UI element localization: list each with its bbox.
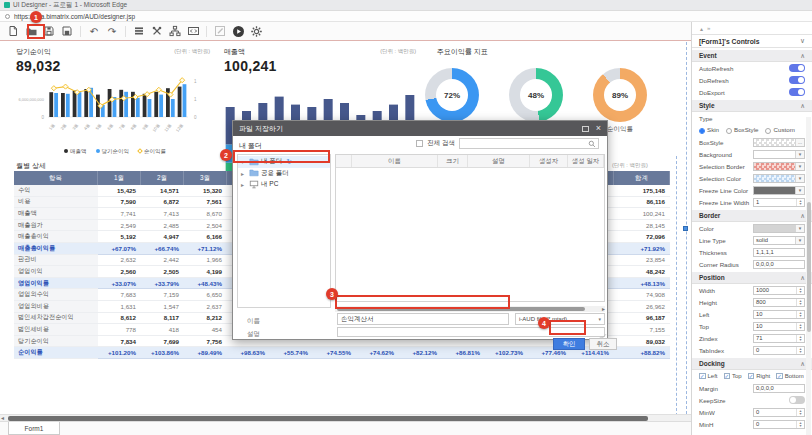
color-swatch[interactable]: [754, 151, 795, 158]
tree-item-내 PC[interactable]: ▸내 PC: [238, 179, 330, 191]
prop-control[interactable]: 10▴▾: [753, 310, 805, 319]
prop-control[interactable]: ▾: [753, 150, 805, 159]
dock-check-bottom[interactable]: ✓Bottom: [776, 373, 804, 380]
radio-icon[interactable]: [699, 128, 705, 134]
dialog-titlebar[interactable]: 파일 저장하기 ×: [233, 121, 607, 136]
file-list[interactable]: 이름크기설명생성자생성 일자: [335, 154, 605, 302]
spinner-icons[interactable]: ▴▾: [796, 347, 804, 354]
file-list-header-설명[interactable]: 설명: [468, 155, 530, 167]
url-bar[interactable]: https://epa.bimatrix.com/AUD/designer.js…: [0, 11, 812, 22]
radio-custom[interactable]: Custom: [765, 126, 794, 133]
settings-icon[interactable]: [248, 24, 264, 39]
chevron-down-icon[interactable]: ▾: [795, 163, 804, 170]
spinner-icons[interactable]: ▴▾: [796, 311, 804, 318]
prop-control[interactable]: 800▴▾: [753, 298, 805, 307]
script-editor-icon[interactable]: [185, 24, 201, 39]
run-icon[interactable]: [230, 24, 246, 39]
toggle-on[interactable]: [789, 76, 805, 84]
horizontal-scrollbar[interactable]: ◂: [0, 414, 691, 421]
search-icon[interactable]: [588, 140, 596, 148]
tools-icon[interactable]: [149, 24, 165, 39]
prop-control[interactable]: 0▴▾: [753, 346, 805, 355]
dock-check-left[interactable]: ✓Left: [699, 373, 718, 380]
radio-boxstyle[interactable]: BoxStyle: [726, 126, 758, 133]
prop-control[interactable]: ▾: [753, 162, 805, 171]
file-list-header-크기[interactable]: 크기: [438, 155, 468, 167]
color-swatch[interactable]: [754, 175, 795, 182]
color-swatch[interactable]: [754, 225, 795, 232]
section-event[interactable]: Event∧: [692, 50, 812, 62]
hierarchy-icon[interactable]: [167, 24, 183, 39]
dock-check-top[interactable]: ✓Top: [724, 373, 742, 380]
chevron-down-icon[interactable]: ▾: [795, 237, 804, 244]
checkbox-icon[interactable]: ✓: [724, 373, 731, 380]
prop-control[interactable]: ▾: [753, 224, 805, 233]
checkbox-icon[interactable]: ✓: [776, 373, 783, 380]
edit-icon[interactable]: [212, 24, 228, 39]
chevron-collapsed-icon[interactable]: ▸: [241, 181, 247, 188]
panel-scrollbar[interactable]: [806, 117, 811, 435]
save-as-icon[interactable]: [59, 24, 75, 39]
data-source-icon[interactable]: [131, 24, 147, 39]
panel-header[interactable]: [Form1]'s Controls ∨: [692, 34, 812, 48]
radio-icon[interactable]: [765, 128, 771, 134]
redo-icon[interactable]: ↷: [104, 24, 120, 39]
color-swatch[interactable]: [754, 139, 795, 146]
more-button[interactable]: ...: [795, 139, 804, 146]
prop-control[interactable]: 71▴▾: [753, 334, 805, 343]
prop-control[interactable]: ...: [753, 138, 805, 147]
close-icon[interactable]: ×: [596, 124, 601, 133]
search-all-checkbox[interactable]: [416, 140, 423, 147]
spinner-icons[interactable]: ▴▾: [796, 323, 804, 330]
tab-form1[interactable]: Form1: [8, 422, 60, 435]
chevron-down-icon[interactable]: ▾: [795, 187, 804, 194]
section-docking[interactable]: Docking∧: [692, 358, 812, 370]
file-list-header-이름[interactable]: 이름: [352, 155, 438, 167]
section-style[interactable]: Style∧: [692, 100, 812, 112]
spinner-icons[interactable]: ▴▾: [796, 287, 804, 294]
undo-icon[interactable]: ↶: [86, 24, 102, 39]
prop-control[interactable]: 1▴▾: [753, 198, 805, 207]
spinner-icons[interactable]: ▴▾: [796, 335, 804, 342]
pin-icon[interactable]: ▴: [700, 25, 703, 32]
prop-control[interactable]: 0,0,0,0: [753, 260, 805, 269]
spinner-icons[interactable]: ▴▾: [796, 421, 804, 428]
spinner-icons[interactable]: ▴▾: [796, 199, 804, 206]
prop-control[interactable]: 0▴▾: [753, 420, 805, 429]
file-name-input[interactable]: 손익계산서: [337, 313, 509, 325]
chevron-collapsed-icon[interactable]: ▸: [241, 170, 247, 177]
prop-control[interactable]: 1,1,1,1: [753, 248, 805, 257]
prop-control[interactable]: 1000▴▾: [753, 286, 805, 295]
prop-control[interactable]: ▾: [753, 174, 805, 183]
spinner-icons[interactable]: ▴▾: [796, 409, 804, 416]
selection-handle[interactable]: [683, 226, 688, 231]
maximize-icon[interactable]: [582, 126, 589, 132]
chevron-down-icon[interactable]: ▾: [795, 151, 804, 158]
checkbox-icon[interactable]: ✓: [699, 373, 706, 380]
tree-item-공용 폴더[interactable]: ▸공용 폴더: [238, 168, 330, 180]
spinner-icons[interactable]: ▴▾: [796, 299, 804, 306]
new-file-icon[interactable]: [5, 24, 21, 39]
chevron-down-icon[interactable]: ▾: [795, 225, 804, 232]
section-position[interactable]: Position∧: [692, 272, 812, 284]
search-input[interactable]: [459, 138, 599, 149]
cancel-button[interactable]: 취소: [589, 338, 617, 350]
file-list-header-생성자[interactable]: 생성자: [530, 155, 568, 167]
prop-control[interactable]: 0,0,0,0: [753, 384, 805, 393]
radio-icon[interactable]: [726, 128, 732, 134]
prop-control[interactable]: ▾: [753, 186, 805, 195]
confirm-button[interactable]: 확인: [553, 338, 585, 350]
checkbox-icon[interactable]: ✓: [748, 373, 755, 380]
chevron-down-icon[interactable]: ▾: [795, 175, 804, 182]
prop-control[interactable]: 0▴▾: [753, 408, 805, 417]
prop-control[interactable]: solid▾: [753, 236, 805, 245]
color-swatch[interactable]: [754, 163, 795, 170]
expand-icon[interactable]: »: [707, 25, 710, 31]
toggle-off[interactable]: [789, 396, 805, 404]
color-swatch[interactable]: [754, 187, 795, 194]
file-list-header-생성 일자[interactable]: 생성 일자: [568, 155, 604, 167]
radio-skin[interactable]: Skin: [699, 126, 719, 133]
prop-control[interactable]: 10▴▾: [753, 322, 805, 331]
section-border[interactable]: Border∧: [692, 210, 812, 222]
toggle-on[interactable]: [789, 88, 805, 96]
